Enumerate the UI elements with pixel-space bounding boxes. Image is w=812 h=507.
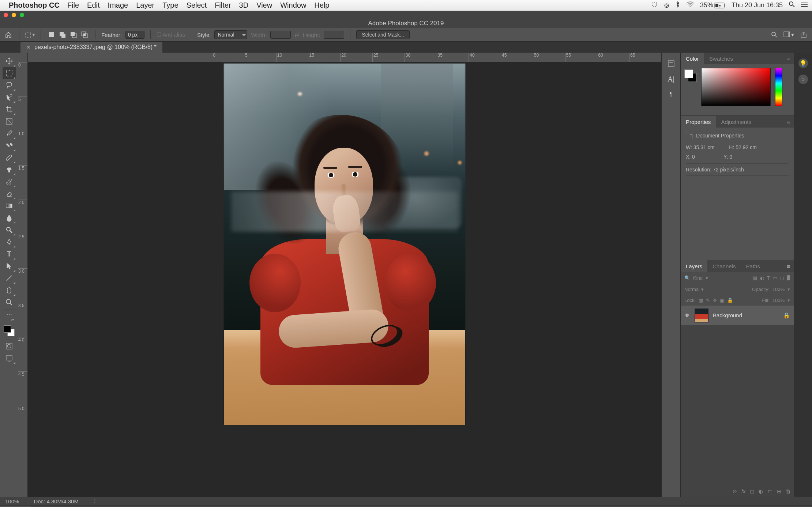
- group-icon[interactable]: 🗀: [767, 488, 772, 494]
- lock-transparency-icon[interactable]: ▦: [699, 298, 703, 303]
- filter-kind-select[interactable]: Kind: [693, 275, 703, 281]
- menu-view[interactable]: View: [256, 1, 272, 10]
- color-swatch-pair[interactable]: [684, 69, 697, 82]
- ruler-vertical[interactable]: 0 5 1 0 1 5 2 0 2 5 3 0 3 5 4 0 4 5 5 0: [18, 62, 28, 497]
- filter-pixel-icon[interactable]: ▨: [753, 275, 757, 281]
- cloud-icon[interactable]: ○: [798, 75, 808, 84]
- share-icon[interactable]: [799, 30, 808, 39]
- history-brush-tool[interactable]: [3, 175, 16, 188]
- canvas[interactable]: [28, 62, 661, 497]
- rectangle-tool[interactable]: [3, 272, 16, 284]
- document-tab[interactable]: ✕ pexels-photo-2383337.jpeg @ 100% (RGB/…: [20, 42, 162, 53]
- workspace-icon[interactable]: ▾: [784, 30, 794, 39]
- app-name[interactable]: Photoshop CC: [9, 1, 60, 10]
- link-layers-icon[interactable]: ⊘: [733, 488, 737, 494]
- shield-icon[interactable]: 🛡: [651, 1, 658, 9]
- delete-layer-icon[interactable]: 🗑: [786, 488, 791, 494]
- color-field[interactable]: [701, 68, 771, 106]
- select-and-mask-button[interactable]: Select and Mask...: [356, 30, 409, 39]
- properties-tab[interactable]: Properties: [681, 116, 716, 128]
- lock-position-icon[interactable]: ✥: [713, 298, 717, 303]
- marquee-tool-indicator[interactable]: ▾: [25, 30, 35, 39]
- new-selection[interactable]: [47, 30, 56, 39]
- history-panel-icon[interactable]: [667, 59, 676, 68]
- lock-icon[interactable]: 🔒: [783, 312, 790, 319]
- filter-search-icon[interactable]: 🔍: [684, 275, 690, 281]
- document-image[interactable]: [224, 64, 465, 425]
- gradient-tool[interactable]: [3, 200, 16, 212]
- layer-name[interactable]: Background: [713, 312, 742, 318]
- path-select-tool[interactable]: [3, 260, 16, 272]
- menu-window[interactable]: Window: [280, 1, 306, 10]
- subtract-selection[interactable]: [69, 30, 78, 39]
- menu-3d[interactable]: 3D: [239, 1, 249, 10]
- maximize-window[interactable]: [20, 13, 24, 17]
- home-button[interactable]: [4, 30, 13, 39]
- visibility-icon[interactable]: 👁: [684, 312, 690, 318]
- menu-filter[interactable]: Filter: [215, 1, 231, 10]
- edit-toolbar[interactable]: ⋯: [3, 311, 16, 317]
- status-chevron-icon[interactable]: 〉: [93, 498, 99, 505]
- menu-edit[interactable]: Edit: [87, 1, 99, 10]
- filter-toggle[interactable]: [787, 275, 790, 280]
- lasso-tool[interactable]: [3, 79, 16, 91]
- menu-image[interactable]: Image: [108, 1, 128, 10]
- screen-mode-icon[interactable]: [3, 352, 16, 364]
- move-tool[interactable]: [3, 55, 16, 67]
- wifi-icon[interactable]: [686, 1, 694, 9]
- blend-mode-select[interactable]: Normal ▾: [684, 287, 728, 292]
- close-tab-icon[interactable]: ✕: [26, 44, 31, 50]
- bluetooth-icon[interactable]: [675, 1, 680, 10]
- eyedropper-tool[interactable]: [3, 127, 16, 139]
- menu-list-icon[interactable]: [801, 1, 808, 9]
- hue-strip[interactable]: [775, 68, 782, 106]
- clone-stamp-tool[interactable]: [3, 163, 16, 175]
- ruler-horizontal[interactable]: 0 5 10 15 20 25 30 35 40 45 50 55 60 65: [28, 53, 661, 62]
- brush-tool[interactable]: [3, 151, 16, 163]
- layers-panel-menu-icon[interactable]: ≡: [783, 260, 794, 272]
- clock[interactable]: Thu 20 Jun 16:35: [732, 1, 783, 9]
- type-tool[interactable]: T: [3, 248, 16, 260]
- eraser-tool[interactable]: [3, 188, 16, 200]
- filter-type-icon[interactable]: T: [767, 275, 770, 281]
- quick-mask-icon[interactable]: [3, 340, 16, 352]
- search-icon[interactable]: [770, 30, 779, 39]
- pen-tool[interactable]: [3, 236, 16, 248]
- channels-tab[interactable]: Channels: [707, 260, 741, 272]
- filter-shape-icon[interactable]: ▭: [773, 275, 777, 281]
- adjustments-tab[interactable]: Adjustments: [716, 116, 756, 128]
- sync-icon[interactable]: ⊚: [664, 1, 669, 10]
- lock-brush-icon[interactable]: ✎: [706, 298, 710, 303]
- swap-colors-icon[interactable]: ⤺: [4, 317, 15, 322]
- menu-file[interactable]: File: [67, 1, 79, 10]
- close-window[interactable]: [4, 13, 8, 17]
- battery-status[interactable]: 35%: [700, 1, 726, 9]
- zoom-tool[interactable]: [3, 296, 16, 308]
- paths-tab[interactable]: Paths: [741, 260, 765, 272]
- zoom-level[interactable]: 100%: [5, 498, 19, 504]
- style-select[interactable]: Normal: [214, 30, 247, 39]
- color-swatches[interactable]: [4, 325, 15, 336]
- hand-tool[interactable]: [3, 284, 16, 296]
- opacity-value[interactable]: 100%: [772, 287, 785, 292]
- crop-tool[interactable]: [3, 103, 16, 115]
- filter-smart-icon[interactable]: ◻: [780, 275, 784, 281]
- filter-adjust-icon[interactable]: ◐: [760, 275, 764, 281]
- blur-tool[interactable]: [3, 212, 16, 224]
- color-tab[interactable]: Color: [681, 53, 704, 64]
- character-panel-icon[interactable]: A|: [667, 75, 676, 83]
- doc-size[interactable]: Doc: 4.30M/4.30M: [34, 498, 79, 504]
- dodge-tool[interactable]: [3, 224, 16, 236]
- menu-layer[interactable]: Layer: [136, 1, 154, 10]
- menu-type[interactable]: Type: [162, 1, 178, 10]
- libraries-icon[interactable]: 💡: [798, 58, 808, 68]
- layer-thumbnail[interactable]: [695, 309, 708, 322]
- frame-tool[interactable]: [3, 115, 16, 127]
- menu-select[interactable]: Select: [187, 1, 207, 10]
- spotlight-icon[interactable]: [789, 1, 795, 10]
- menu-help[interactable]: Help: [314, 1, 329, 10]
- layers-tab[interactable]: Layers: [681, 260, 707, 272]
- adjustment-layer-icon[interactable]: ◐: [759, 488, 763, 494]
- paragraph-panel-icon[interactable]: ¶: [667, 90, 676, 99]
- minimize-window[interactable]: [12, 13, 16, 17]
